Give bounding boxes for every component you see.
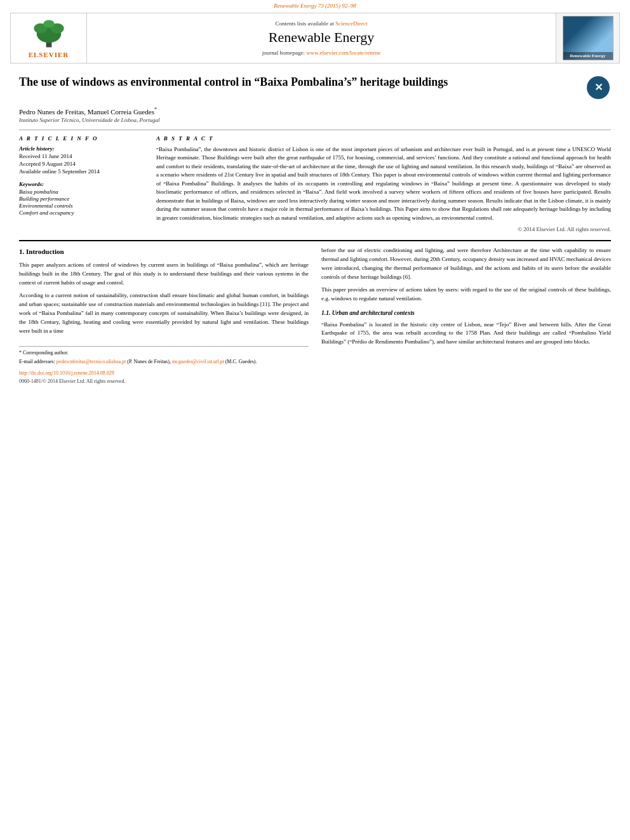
publisher-logo: ELSEVIER bbox=[11, 13, 87, 63]
authors: Pedro Nunes de Freitas, Manuel Correia G… bbox=[19, 107, 611, 116]
body-columns: 1. Introduction This paper analyzes acti… bbox=[19, 246, 611, 385]
copyright-line: © 2014 Elsevier Ltd. All rights reserved… bbox=[156, 226, 611, 232]
keywords-list: Baixa pombalina Building performance Env… bbox=[19, 189, 146, 216]
main-content: The use of windows as environmental cont… bbox=[0, 66, 630, 392]
article-title-row: The use of windows as environmental cont… bbox=[19, 75, 611, 100]
journal-citation: Renewable Energy 73 (2015) 92–98 bbox=[0, 0, 630, 10]
keyword-2: Building performance bbox=[19, 196, 146, 202]
keywords-block: Keywords: Baixa pombalina Building perfo… bbox=[19, 181, 146, 216]
keyword-4: Comfort and occupancy bbox=[19, 210, 146, 216]
history-label: Article history: bbox=[19, 145, 146, 152]
journal-header: ELSEVIER Contents lists available at Sci… bbox=[10, 13, 620, 63]
body-col-left: 1. Introduction This paper analyzes acti… bbox=[19, 246, 309, 385]
footnote-area: * Corresponding author. E-mail addresses… bbox=[19, 346, 309, 386]
intro-para-2: According to a current notion of sustain… bbox=[19, 291, 309, 336]
keywords-label: Keywords: bbox=[19, 181, 146, 187]
sciencedirect-link[interactable]: ScienceDirect bbox=[335, 20, 367, 27]
email-line: E-mail addresses: pedrocnfreitas@tecnico… bbox=[19, 358, 309, 366]
abstract-title: A B S T R A C T bbox=[156, 135, 611, 142]
accepted-date: Accepted 9 August 2014 bbox=[19, 161, 146, 167]
intro-para-1: This paper analyzes actions of control o… bbox=[19, 261, 309, 288]
section-1-num: 1. bbox=[19, 248, 24, 255]
homepage-link[interactable]: www.elsevier.com/locate/renene bbox=[306, 50, 380, 56]
section-1-title: Introduction bbox=[26, 248, 64, 255]
journal-cover-image: Renewable Energy bbox=[563, 16, 613, 60]
crossmark-badge: ✕ bbox=[586, 75, 611, 100]
keyword-3: Environmental controls bbox=[19, 203, 146, 209]
subsection-1-1-heading: 1.1. Urban and architectural contexts bbox=[321, 309, 611, 318]
available-date: Available online 5 September 2014 bbox=[19, 168, 146, 175]
thick-divider bbox=[19, 240, 611, 241]
doi-link[interactable]: http://dx.doi.org/10.1016/j.renene.2014.… bbox=[19, 370, 114, 376]
section-1-heading: 1. Introduction bbox=[19, 246, 309, 257]
abstract-section: A B S T R A C T “Baixa Pombalina”, the d… bbox=[156, 135, 611, 233]
abstract-text: “Baixa Pombalina”, the downtown and hist… bbox=[156, 145, 611, 223]
elsevier-tree-icon bbox=[27, 18, 71, 50]
journal-cover-text: Renewable Energy bbox=[563, 52, 613, 60]
email-link-2[interactable]: mcguedes@civil.ist.utl.pt bbox=[172, 359, 224, 364]
crossmark-icon: ✕ bbox=[587, 76, 610, 99]
body-col-right: before the use of electric conditioning … bbox=[321, 246, 611, 385]
article-history-block: Article history: Received 11 June 2014 A… bbox=[19, 145, 146, 175]
article-body: A R T I C L E I N F O Article history: R… bbox=[19, 135, 611, 233]
keyword-1: Baixa pombalina bbox=[19, 189, 146, 195]
affiliation: Instituto Superior Técnico, Universidade… bbox=[19, 117, 611, 123]
elsevier-text: ELSEVIER bbox=[29, 51, 69, 58]
right-para-3: “Baixa Pombalina” is located in the hist… bbox=[321, 321, 611, 347]
homepage-line: journal homepage: www.elsevier.com/locat… bbox=[262, 50, 380, 56]
received-date: Received 11 June 2014 bbox=[19, 153, 146, 159]
sciencedirect-line: Contents lists available at ScienceDirec… bbox=[276, 20, 368, 27]
email-link-1[interactable]: pedrocnfreitas@tecnico.ulisboa.pt bbox=[57, 359, 126, 364]
page-wrapper: Renewable Energy 73 (2015) 92–98 ELSEVIE… bbox=[0, 0, 630, 392]
divider bbox=[19, 130, 611, 130]
journal-cover: Renewable Energy bbox=[556, 13, 619, 63]
article-title-text: The use of windows as environmental cont… bbox=[19, 75, 586, 90]
right-para-2: This paper provides an overview of actio… bbox=[321, 286, 611, 303]
doi-line: http://dx.doi.org/10.1016/j.renene.2014.… bbox=[19, 370, 309, 377]
issn-line: 0960-1481/© 2014 Elsevier Ltd. All right… bbox=[19, 378, 309, 385]
article-info-title: A R T I C L E I N F O bbox=[19, 135, 146, 142]
elsevier-logo: ELSEVIER bbox=[27, 18, 71, 58]
article-info: A R T I C L E I N F O Article history: R… bbox=[19, 135, 146, 233]
journal-title: Renewable Energy bbox=[269, 29, 374, 46]
corresponding-note: * Corresponding author. bbox=[19, 349, 309, 357]
right-para-1: before the use of electric conditioning … bbox=[321, 246, 611, 282]
svg-point-4 bbox=[43, 20, 55, 28]
journal-info: Contents lists available at ScienceDirec… bbox=[87, 13, 556, 63]
